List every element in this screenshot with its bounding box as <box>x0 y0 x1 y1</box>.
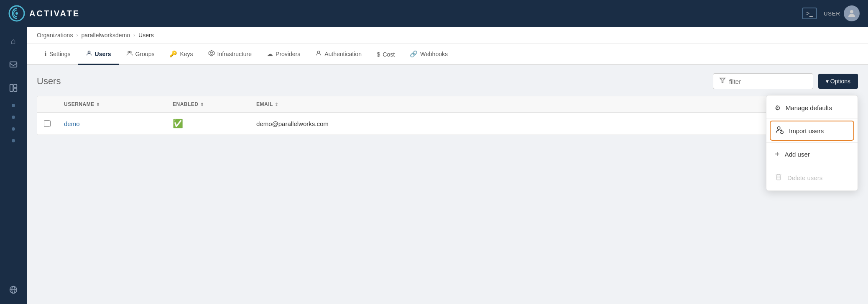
svg-marker-16 <box>720 78 725 83</box>
username-sort-icon: ⇕ <box>96 102 100 107</box>
content-area: Organizations › parallelworksdemo › User… <box>27 27 868 304</box>
dropdown-divider-2 <box>766 142 858 143</box>
dropdown-delete-users: Delete users <box>766 168 858 187</box>
tab-infrastructure[interactable]: Infrastructure <box>201 44 259 65</box>
th-enabled[interactable]: ENABLED ⇕ <box>166 101 250 107</box>
delete-users-label: Delete users <box>787 174 822 181</box>
user-avatar <box>844 5 860 21</box>
infrastructure-tab-icon <box>208 50 215 58</box>
delete-users-icon <box>775 173 782 182</box>
webhooks-tab-label: Webhooks <box>420 51 448 57</box>
tab-cost[interactable]: $ Cost <box>369 45 402 65</box>
table-header: USERNAME ⇕ ENABLED ⇕ EMAIL ⇕ <box>37 96 858 113</box>
cost-tab-icon: $ <box>377 51 380 58</box>
dropdown-divider-1 <box>766 119 858 119</box>
providers-tab-icon: ☁ <box>267 50 273 58</box>
keys-tab-label: Keys <box>180 51 193 57</box>
infrastructure-tab-label: Infrastructure <box>217 51 252 57</box>
dropdown-import-users[interactable]: Import users <box>770 121 854 141</box>
logo-area: ACTIVATE <box>8 5 80 22</box>
row-checkbox[interactable] <box>44 120 51 127</box>
users-tab-label: Users <box>95 51 111 57</box>
th-enabled-label: ENABLED <box>173 101 199 107</box>
sidebar-panel-icon[interactable] <box>6 80 21 95</box>
top-nav: ACTIVATE >_ USER <box>0 0 868 27</box>
import-users-icon <box>776 126 784 136</box>
breadcrumb-current: Users <box>138 32 154 39</box>
svg-point-17 <box>777 127 780 130</box>
main-layout: ⌂ Organizations › parallelworksdemo › Us… <box>0 27 868 304</box>
dropdown-add-user[interactable]: + Add user <box>766 144 858 164</box>
sidebar-inbox-icon[interactable] <box>6 57 21 72</box>
dropdown-manage-defaults[interactable]: ⚙ Manage defaults <box>766 99 858 117</box>
svg-point-12 <box>130 51 131 53</box>
tab-keys[interactable]: 🔑 Keys <box>162 44 200 65</box>
breadcrumb-orgs[interactable]: Organizations <box>37 32 73 39</box>
filter-input[interactable] <box>729 78 804 85</box>
filter-input-wrap <box>713 73 813 89</box>
svg-point-10 <box>88 51 90 53</box>
svg-rect-5 <box>14 85 17 88</box>
enabled-sort-icon: ⇕ <box>200 102 204 107</box>
sidebar: ⌂ <box>0 27 27 304</box>
row-enabled: ✅ <box>166 119 250 129</box>
email-sort-icon: ⇕ <box>275 102 278 107</box>
filter-icon <box>719 77 726 85</box>
breadcrumb-sep-2: › <box>133 32 135 38</box>
logo-icon <box>8 5 25 22</box>
users-table: USERNAME ⇕ ENABLED ⇕ EMAIL ⇕ <box>37 96 858 135</box>
breadcrumb: Organizations › parallelworksdemo › User… <box>27 27 868 44</box>
page-content: Users ▾ Options USERNAME <box>27 65 868 304</box>
tab-providers[interactable]: ☁ Providers <box>259 44 308 65</box>
svg-rect-4 <box>10 85 13 92</box>
user-area: USER <box>824 5 860 21</box>
svg-point-2 <box>850 10 853 13</box>
keys-tab-icon: 🔑 <box>169 50 177 58</box>
settings-tab-icon: ℹ <box>44 50 47 58</box>
sidebar-globe-icon[interactable] <box>6 282 21 297</box>
users-tab-icon <box>86 50 92 58</box>
manage-defaults-label: Manage defaults <box>786 104 832 111</box>
terminal-button[interactable]: >_ <box>802 8 817 19</box>
dropdown-menu: ⚙ Manage defaults Import users + Add use… <box>766 95 858 191</box>
tab-groups[interactable]: Groups <box>119 44 162 65</box>
import-users-label: Import users <box>789 127 824 134</box>
row-username[interactable]: demo <box>57 120 166 127</box>
svg-marker-14 <box>210 52 213 54</box>
breadcrumb-demo[interactable]: parallelworksdemo <box>81 32 130 39</box>
section-header: Users ▾ Options <box>37 73 858 89</box>
th-username-label: USERNAME <box>64 101 94 107</box>
tab-settings[interactable]: ℹ Settings <box>37 44 78 65</box>
app-name: ACTIVATE <box>29 9 80 18</box>
svg-marker-13 <box>209 50 214 56</box>
add-user-label: Add user <box>785 151 810 158</box>
dropdown-divider-3 <box>766 166 858 166</box>
authentication-tab-icon <box>315 50 322 58</box>
tab-webhooks[interactable]: 🔗 Webhooks <box>402 44 455 65</box>
cost-tab-label: Cost <box>383 51 395 58</box>
user-label: USER <box>824 10 840 17</box>
sidebar-dot-2 <box>12 116 15 119</box>
webhooks-tab-icon: 🔗 <box>410 50 418 58</box>
enabled-check-icon: ✅ <box>173 119 183 128</box>
th-checkbox <box>37 101 57 107</box>
tabs-bar: ℹ Settings Users Groups 🔑 Keys <box>27 44 868 65</box>
settings-tab-label: Settings <box>49 51 71 57</box>
authentication-tab-label: Authentication <box>324 51 362 57</box>
tab-authentication[interactable]: Authentication <box>308 44 369 65</box>
th-email-label: EMAIL <box>256 101 273 107</box>
sidebar-dot-3 <box>12 127 15 131</box>
nav-right: >_ USER <box>802 5 860 21</box>
tab-users[interactable]: Users <box>78 44 119 65</box>
th-username[interactable]: USERNAME ⇕ <box>57 101 166 107</box>
manage-defaults-icon: ⚙ <box>775 104 781 112</box>
svg-point-1 <box>15 12 18 15</box>
breadcrumb-sep-1: › <box>76 32 78 38</box>
section-title: Users <box>37 76 61 87</box>
options-button[interactable]: ▾ Options <box>818 74 858 89</box>
header-right: ▾ Options <box>713 73 858 89</box>
sidebar-home-icon[interactable]: ⌂ <box>6 33 21 49</box>
sidebar-dot-1 <box>12 104 15 107</box>
table-row: demo ✅ demo@parallelworks.com <box>37 113 858 135</box>
svg-point-15 <box>318 51 320 53</box>
